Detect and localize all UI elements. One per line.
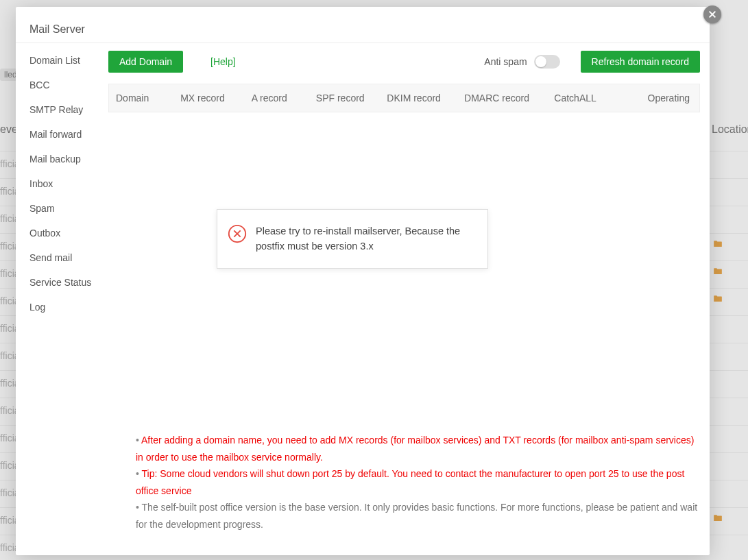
bullet: • [136,502,142,513]
alert-box: Please try to re-install mailserver, Bec… [217,209,488,269]
toolbar: Add Domain [Help] Anti spam Refresh doma… [108,48,700,75]
note-2: Tip: Some cloud vendors will shut down p… [136,468,684,496]
sidebar-item-inbox[interactable]: Inbox [16,171,101,196]
th-domain: Domain [109,93,173,104]
note-1: After adding a domain name, you need to … [136,435,694,463]
th-dmarc: DMARC record [457,93,547,104]
divider [16,42,710,43]
sidebar-item-mail-forward[interactable]: Mail forward [16,122,101,147]
help-link[interactable]: [Help] [210,56,236,67]
anti-spam-toggle[interactable] [534,55,560,69]
sidebar: Domain ListBCCSMTP RelayMail forwardMail… [16,48,101,555]
alert-message: Please try to re-install mailserver, Bec… [256,223,475,254]
sidebar-item-spam[interactable]: Spam [16,196,101,221]
table-header: Domain MX record A record SPF record DKI… [108,84,700,112]
th-operating: Operating [626,93,699,104]
bullet: • [136,435,141,446]
error-icon [227,223,248,244]
refresh-domain-button[interactable]: Refresh domain record [581,51,700,73]
th-catchall: CatchALL [547,93,612,104]
th-mx: MX record [173,93,244,104]
sidebar-item-mail-backup[interactable]: Mail backup [16,147,101,171]
th-a: A record [245,93,309,104]
note-3: The self-built post office version is th… [136,502,697,530]
add-domain-button[interactable]: Add Domain [108,51,183,73]
sidebar-item-send-mail[interactable]: Send mail [16,245,101,270]
content-area: Add Domain [Help] Anti spam Refresh doma… [108,48,700,548]
anti-spam-label: Anti spam [484,56,527,67]
sidebar-item-domain-list[interactable]: Domain List [16,48,101,73]
bullet: • [136,468,142,479]
sidebar-item-bcc[interactable]: BCC [16,73,101,97]
sidebar-item-log[interactable]: Log [16,295,101,319]
modal-title: Mail Server [29,23,85,36]
sidebar-item-smtp-relay[interactable]: SMTP Relay [16,97,101,122]
toggle-knob [535,56,546,67]
th-dkim: DKIM record [380,93,457,104]
mail-server-modal: Mail Server Domain ListBCCSMTP RelayMail… [16,7,710,555]
close-button[interactable] [703,5,721,23]
notes: • After adding a domain name, you need t… [136,432,700,533]
close-icon [708,10,717,19]
th-spf: SPF record [309,93,380,104]
sidebar-item-outbox[interactable]: Outbox [16,221,101,245]
sidebar-item-service-status[interactable]: Service Status [16,270,101,295]
